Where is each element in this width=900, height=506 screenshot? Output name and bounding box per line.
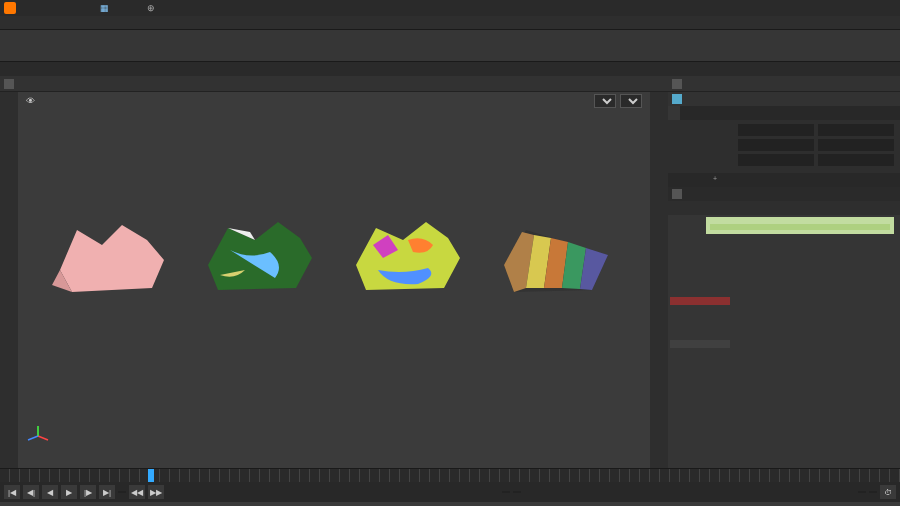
prev-key-button[interactable]: ◀◀: [129, 485, 145, 499]
app-logo-icon: [4, 2, 16, 14]
sticky-body: [710, 224, 890, 230]
network-menubar: [668, 201, 900, 215]
tab-network-obj[interactable]: [668, 173, 678, 187]
global-end-field[interactable]: [869, 491, 877, 493]
goto-end-button[interactable]: ▶|: [99, 485, 115, 499]
desktop-main[interactable]: ⊕: [147, 3, 155, 13]
viewer-pathbar: [0, 76, 668, 92]
play-button[interactable]: ▶: [61, 485, 77, 499]
timeline-cursor[interactable]: [148, 469, 154, 482]
svg-line-11: [38, 436, 48, 440]
desktop-build[interactable]: ▦: [100, 3, 109, 13]
terrain-from-hf-layers: [496, 210, 616, 300]
tab-material-palette[interactable]: [688, 173, 698, 187]
play-back-button[interactable]: ◀: [42, 485, 58, 499]
terrain-from-curves: [348, 210, 468, 300]
step-fwd-button[interactable]: |▶: [80, 485, 96, 499]
realtime-toggle[interactable]: ⏱: [880, 485, 896, 499]
viewport-left-toolbar: [0, 92, 18, 468]
axis-gizmo-icon: [26, 424, 50, 448]
svg-line-13: [28, 436, 38, 440]
field-ry[interactable]: [818, 154, 894, 166]
param-pathbar: [668, 76, 900, 92]
parameter-pane: +: [668, 92, 900, 468]
tab-misc[interactable]: [692, 106, 704, 120]
goto-start-button[interactable]: |◀: [4, 485, 20, 499]
tab-render[interactable]: [680, 106, 692, 120]
home-icon[interactable]: [672, 189, 682, 199]
shelf-tabset-left: [0, 16, 900, 30]
svg-marker-0: [60, 225, 164, 292]
network-canvas[interactable]: [668, 215, 900, 468]
sticky-note-info[interactable]: [670, 340, 730, 348]
viewport-canvas[interactable]: [18, 110, 650, 468]
viewport-title: 👁: [26, 96, 35, 106]
scene-viewport[interactable]: 👁: [18, 92, 650, 468]
main-area: 👁: [0, 92, 900, 468]
field-ty[interactable]: [818, 139, 894, 151]
field-tx[interactable]: [738, 139, 814, 151]
viewport-camera-select[interactable]: [620, 94, 642, 108]
right-pane-tabs: [668, 62, 900, 76]
viewport-right-toolbar: [650, 92, 668, 468]
home-icon[interactable]: [672, 79, 682, 89]
home-icon[interactable]: [4, 79, 14, 89]
terrain-one-biome: [52, 210, 172, 300]
playbar: |◀ ◀| ◀ ▶ |▶ ▶| ◀◀ ▶▶ ⏱: [0, 482, 900, 502]
global-start-field[interactable]: [513, 491, 521, 493]
tab-tree-view[interactable]: [678, 173, 688, 187]
terrain-from-image: [200, 210, 320, 300]
tab-asset-browser[interactable]: [698, 173, 708, 187]
current-frame-field[interactable]: [118, 491, 126, 493]
timeline[interactable]: [0, 468, 900, 482]
step-back-button[interactable]: ◀|: [23, 485, 39, 499]
range-start-field[interactable]: [502, 491, 510, 493]
param-subtabs: [668, 106, 900, 120]
next-key-button[interactable]: ▶▶: [148, 485, 164, 499]
sticky-note-project[interactable]: [706, 217, 894, 234]
field-srt[interactable]: [738, 124, 814, 136]
network-pathbar: [668, 187, 900, 201]
viewer-tabs: [0, 62, 668, 76]
geometry-icon: [672, 94, 682, 104]
tab-add[interactable]: +: [708, 173, 722, 187]
param-node-header: [668, 92, 900, 106]
param-list: [668, 120, 900, 173]
network-editor: +: [668, 173, 900, 468]
viewport-header: 👁: [18, 92, 650, 110]
tab-transform[interactable]: [668, 106, 680, 120]
shelf-tools: [0, 30, 900, 62]
viewport-persp-select[interactable]: [594, 94, 616, 108]
network-tabs: +: [668, 173, 900, 187]
sticky-note-warning[interactable]: [670, 297, 730, 305]
field-rx[interactable]: [738, 154, 814, 166]
field-rxyz[interactable]: [818, 124, 894, 136]
main-menubar: ▦ ⊕: [0, 0, 900, 16]
range-end-field[interactable]: [858, 491, 866, 493]
